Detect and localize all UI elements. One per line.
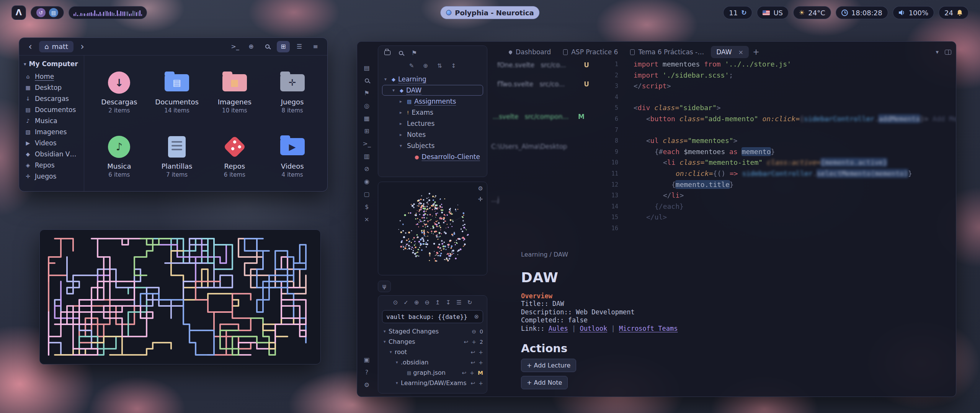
folder-plantillas[interactable]: Plantillas7 items: [148, 124, 206, 188]
chevron-down-icon[interactable]: ▾: [936, 49, 939, 55]
tab-tema-6-pr-cticas[interactable]: Tema 6 Prácticas -…: [625, 46, 709, 58]
git-action-icon[interactable]: ↩: [471, 359, 475, 366]
back-button[interactable]: ‹: [24, 41, 36, 52]
sort-icon[interactable]: ⇅: [437, 62, 442, 69]
updates-module[interactable]: 11 ↻: [723, 6, 752, 19]
volume-module[interactable]: 100%: [893, 6, 934, 19]
git-action-icon[interactable]: +: [479, 349, 483, 355]
commit-message-input[interactable]: [386, 313, 472, 320]
git-branch-button[interactable]: ψ: [378, 281, 391, 292]
daily-note-icon[interactable]: ⊞: [360, 125, 373, 137]
git-action-icon[interactable]: ↩: [462, 370, 467, 376]
git-row-graph-json[interactable]: ▤graph.json↩+M: [382, 367, 483, 378]
collapse-all-icon[interactable]: ↕: [451, 62, 456, 69]
launcher-button[interactable]: Λ: [11, 5, 26, 20]
pull-icon[interactable]: ↧: [446, 299, 451, 306]
sidebar-item-desktop[interactable]: ▦Desktop: [22, 82, 81, 93]
graph-view-panel[interactable]: ⚙ ✛: [378, 182, 487, 275]
list-view-icon[interactable]: ☰: [293, 41, 306, 52]
keyboard-layout-module[interactable]: US: [757, 6, 789, 19]
graph-view-icon[interactable]: ◎: [360, 99, 373, 112]
clear-icon[interactable]: ⊗: [474, 313, 479, 320]
tree-item-lectures[interactable]: ▸Lectures: [382, 118, 483, 129]
dice-icon[interactable]: ×: [360, 213, 373, 226]
link-microsoft-teams[interactable]: Microsoft Teams: [619, 325, 678, 332]
git-action-icon[interactable]: ↩: [471, 349, 475, 355]
clock-module[interactable]: 18:08:28: [836, 6, 888, 19]
git-row-obsidian[interactable]: ▾.obsidian↩+: [382, 357, 483, 367]
git-action-icon[interactable]: ⊖: [472, 328, 476, 335]
tree-item-daw[interactable]: ▾◆DAW: [382, 85, 483, 96]
git-action-icon[interactable]: ↩: [464, 339, 469, 345]
search-view-icon[interactable]: [399, 49, 403, 57]
push-icon[interactable]: ↥: [435, 299, 440, 306]
tree-item-learning[interactable]: ▾◆Learning: [382, 74, 483, 85]
action-button[interactable]: + Add Lecture: [521, 359, 576, 372]
unlink-icon[interactable]: ⊘: [360, 163, 373, 175]
tree-item-subjects[interactable]: ▾Subjects: [382, 140, 483, 151]
new-note-icon[interactable]: ✎: [409, 62, 414, 69]
git-action-icon[interactable]: +: [479, 359, 483, 366]
weather-module[interactable]: ☀ 24°C: [793, 6, 831, 19]
backup-icon[interactable]: ⊙: [393, 299, 398, 306]
folder-juegos[interactable]: ✛Juegos8 items: [263, 59, 321, 124]
search-icon[interactable]: [261, 41, 274, 52]
new-folder-icon[interactable]: ⊕: [423, 62, 428, 69]
git-row-changes[interactable]: ▾Changes↩+2: [382, 337, 483, 347]
commit-icon[interactable]: ✓: [403, 299, 408, 306]
graph-canvas[interactable]: [378, 182, 487, 275]
folder-documentos[interactable]: ▤Documentos14 items: [148, 59, 206, 124]
folder-repos[interactable]: Repos6 items: [206, 124, 264, 188]
tab-asp-practice-6[interactable]: ASP Practice 6: [558, 46, 623, 58]
link-outlook[interactable]: Outlook: [580, 325, 608, 332]
folder-imagenes[interactable]: ▦Imagenes10 items: [206, 59, 264, 124]
terminal-icon[interactable]: >_: [229, 41, 242, 52]
tree-item-notes[interactable]: ▸Notes: [382, 129, 483, 140]
settings-icon[interactable]: ⚙: [360, 379, 373, 391]
git-row-staged-changes[interactable]: ▾Staged Changes⊖0: [382, 326, 483, 337]
camera-icon[interactable]: ◉: [360, 175, 373, 188]
search-icon[interactable]: [360, 74, 373, 87]
action-button[interactable]: + Add Note: [521, 376, 568, 389]
sidebar-item-descargas[interactable]: ↓Descargas: [22, 93, 81, 104]
sidebar-item-documentos[interactable]: ▤Documentos: [22, 104, 81, 115]
git-row-learning-daw-exams[interactable]: ▾Learning/DAW/Exams↩+: [382, 378, 483, 388]
vault-icon[interactable]: ▣: [360, 353, 373, 366]
graph-filter-icon[interactable]: ✛: [478, 196, 483, 203]
refresh-icon[interactable]: ↻: [467, 299, 472, 306]
sidebar-item-repos[interactable]: ◈Repos: [22, 159, 81, 171]
sidebar-item-obsidian-v[interactable]: ◆Obsidian V…: [22, 148, 81, 159]
git-action-icon[interactable]: +: [470, 370, 474, 376]
files-icon[interactable]: ▤: [360, 62, 373, 74]
sidebar-item-musica[interactable]: ♪Musica: [22, 115, 81, 126]
git-action-icon[interactable]: +: [479, 380, 483, 386]
unstage-all-icon[interactable]: ⊖: [425, 299, 430, 306]
forward-button[interactable]: ›: [77, 41, 88, 52]
new-folder-icon[interactable]: ⊕: [245, 41, 258, 52]
bookmarks-view-icon[interactable]: ⚑: [412, 49, 417, 57]
tab-dashboard[interactable]: Dashboard: [503, 46, 556, 58]
power-menu-icon[interactable]: ↺: [36, 8, 46, 17]
git-action-icon[interactable]: ↩: [471, 380, 475, 386]
notes-app-icon[interactable]: ▤: [49, 8, 58, 17]
tree-item-desarrollo-cliente[interactable]: ●Desarrollo-Cliente: [382, 151, 483, 162]
sidebar-item-videos[interactable]: ▶Videos: [22, 137, 81, 148]
terminal-icon[interactable]: >_: [360, 137, 373, 150]
bookmark-icon[interactable]: ⚑: [360, 87, 373, 99]
tree-item-exams[interactable]: ▸!Exams: [382, 107, 483, 118]
note-breadcrumb[interactable]: Learning / DAW: [521, 251, 929, 258]
new-tab-button[interactable]: +: [750, 46, 762, 58]
split-pane-icon[interactable]: [945, 50, 951, 55]
git-row-root[interactable]: ▾root↩+: [382, 347, 483, 357]
media-player-widget[interactable]: Polyphia - Neurotica: [440, 6, 539, 19]
link-aules[interactable]: Aules: [549, 325, 568, 332]
cash-icon[interactable]: $: [360, 200, 373, 213]
stage-all-icon[interactable]: ⊕: [414, 299, 419, 306]
tab-daw[interactable]: DAW×: [711, 46, 749, 58]
book-icon[interactable]: ▢: [360, 188, 373, 200]
tree-item-assignments[interactable]: ▸▤Assignments: [382, 96, 483, 107]
files-view-icon[interactable]: [384, 49, 390, 57]
grid-view-icon[interactable]: ⊞: [277, 41, 290, 52]
graph-settings-icon[interactable]: ⚙: [478, 185, 483, 192]
folder-musica[interactable]: ♪Musica6 items: [90, 124, 148, 188]
